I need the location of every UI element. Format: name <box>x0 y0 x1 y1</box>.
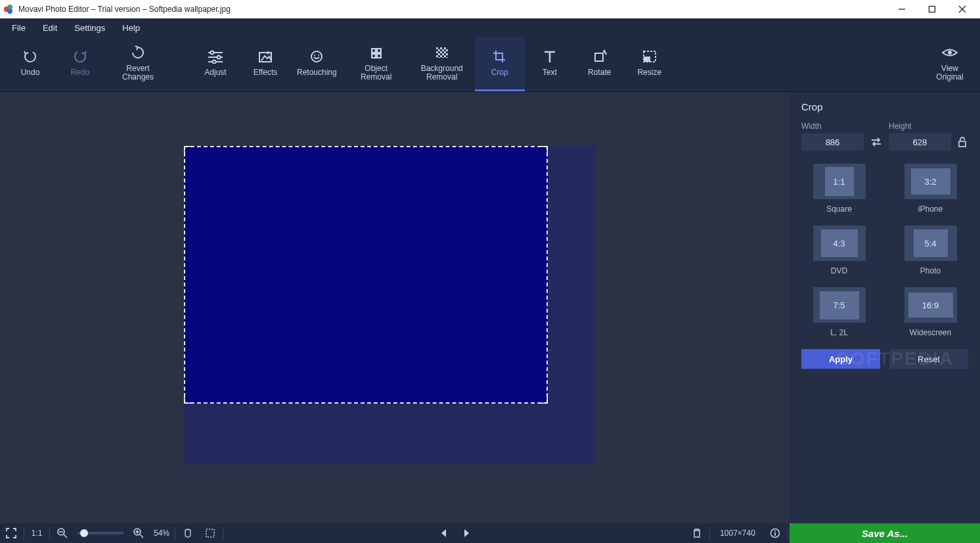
redo-icon <box>72 49 88 64</box>
canvas-area[interactable] <box>0 92 790 523</box>
menu-edit[interactable]: Edit <box>35 20 65 35</box>
preset-label: Photo <box>920 266 941 275</box>
crop-panel-title: Crop <box>801 101 968 112</box>
crop-handle-bl[interactable] <box>184 393 194 404</box>
info-button[interactable] <box>764 523 786 543</box>
menubar: File Edit Settings Help <box>0 18 980 37</box>
svg-point-19 <box>378 49 380 52</box>
preset-dvd[interactable]: 4:3 DVD <box>807 225 872 275</box>
height-input[interactable] <box>889 133 951 151</box>
menu-settings[interactable]: Settings <box>66 20 113 35</box>
redo-label: Redo <box>71 68 90 77</box>
preset-thumb: 5:4 <box>904 225 957 261</box>
preset-thumb: 7:5 <box>813 287 866 323</box>
menu-file[interactable]: File <box>4 20 33 35</box>
preset-thumb: 16:9 <box>904 287 957 323</box>
delete-button[interactable] <box>686 523 708 543</box>
svg-point-21 <box>378 55 380 57</box>
selection-tool-button[interactable] <box>199 523 221 543</box>
svg-point-14 <box>311 51 322 62</box>
svg-rect-17 <box>371 48 382 59</box>
preset-label: L, 2L <box>830 328 848 337</box>
svg-point-2 <box>7 9 12 14</box>
preset-iphone[interactable]: 3:2 iPhone <box>898 164 963 214</box>
undo-icon <box>22 49 38 64</box>
zoom-slider[interactable] <box>78 532 123 534</box>
revert-button[interactable]: Revert Changes <box>105 37 171 91</box>
crop-panel: Crop Width Height 1:1 Square 3 <box>790 92 980 523</box>
preset-l2l[interactable]: 7:5 L, 2L <box>807 287 872 337</box>
undo-button[interactable]: Undo <box>5 37 55 91</box>
undo-label: Undo <box>21 68 40 77</box>
preset-label: Widescreen <box>910 328 951 337</box>
background-removal-label: Background Removal <box>421 64 463 82</box>
minimize-button[interactable] <box>887 0 917 18</box>
reset-button[interactable]: Reset <box>889 349 968 369</box>
preset-thumb: 1:1 <box>813 164 866 199</box>
fullscreen-button[interactable] <box>0 523 22 543</box>
crop-label: Crop <box>491 68 508 77</box>
zoom-out-button[interactable] <box>51 523 74 543</box>
preset-label: DVD <box>831 266 847 275</box>
swap-dimensions-button[interactable] <box>869 133 883 151</box>
svg-point-16 <box>318 55 319 56</box>
text-button[interactable]: Text <box>525 37 575 91</box>
text-label: Text <box>543 68 557 77</box>
crop-button[interactable]: Crop <box>475 37 525 91</box>
main-area: Crop Width Height 1:1 Square 3 <box>0 92 980 523</box>
preset-square[interactable]: 1:1 Square <box>807 164 872 214</box>
svg-rect-37 <box>206 529 214 537</box>
titlebar: Movavi Photo Editor – Trial version – So… <box>0 0 980 18</box>
zoom-in-button[interactable] <box>127 523 150 543</box>
hand-tool-button[interactable] <box>177 523 199 543</box>
ratio-label[interactable]: 1:1 <box>26 523 48 543</box>
apply-button[interactable]: Apply <box>801 349 880 369</box>
effects-button[interactable]: Effects <box>240 37 290 91</box>
eye-icon <box>941 45 958 60</box>
width-input[interactable] <box>801 133 864 151</box>
lock-ratio-button[interactable] <box>956 133 968 151</box>
effects-icon <box>257 49 273 64</box>
view-original-button[interactable]: View Original <box>925 37 975 91</box>
crop-handle-tl[interactable] <box>184 146 194 156</box>
resize-button[interactable]: Resize <box>625 37 675 91</box>
redo-button[interactable]: Redo <box>55 37 105 91</box>
crop-handle-tr[interactable] <box>537 146 548 156</box>
svg-rect-25 <box>595 53 603 61</box>
crop-handle-br[interactable] <box>537 393 548 404</box>
effects-label: Effects <box>254 68 277 77</box>
next-image-button[interactable] <box>455 523 478 543</box>
window-title: Movavi Photo Editor – Trial version – So… <box>18 5 231 14</box>
svg-rect-24 <box>436 47 448 58</box>
menu-help[interactable]: Help <box>114 20 148 35</box>
height-label: Height <box>889 122 951 131</box>
zoom-slider-knob[interactable] <box>80 529 88 537</box>
maximize-button[interactable] <box>917 0 947 18</box>
svg-rect-27 <box>644 57 650 62</box>
object-removal-button[interactable]: Object Removal <box>344 37 409 91</box>
background-removal-icon <box>434 45 450 60</box>
ratio-text: 4:3 <box>821 229 858 257</box>
save-as-button[interactable]: Save As... <box>790 523 980 543</box>
preset-label: iPhone <box>918 204 943 214</box>
adjust-label: Adjust <box>204 68 226 77</box>
retouching-icon <box>309 49 324 64</box>
svg-point-8 <box>211 51 214 55</box>
close-button[interactable] <box>947 0 977 18</box>
crop-selection[interactable] <box>184 146 548 404</box>
ratio-text: 16:9 <box>908 293 953 318</box>
ratio-text: 3:2 <box>911 168 950 195</box>
preset-thumb: 3:2 <box>904 164 957 199</box>
rotate-button[interactable]: Rotate <box>575 37 625 91</box>
adjust-button[interactable]: Adjust <box>190 37 240 91</box>
preset-photo[interactable]: 5:4 Photo <box>898 225 963 275</box>
svg-line-31 <box>64 534 67 538</box>
retouching-button[interactable]: Retouching <box>290 37 344 91</box>
background-removal-button[interactable]: Background Removal <box>409 37 475 91</box>
image-dimensions: 1007×740 <box>711 523 764 543</box>
object-removal-label: Object Removal <box>361 64 391 82</box>
svg-point-12 <box>213 60 216 64</box>
prev-image-button[interactable] <box>433 523 455 543</box>
preset-widescreen[interactable]: 16:9 Widescreen <box>898 287 963 337</box>
svg-line-34 <box>140 534 143 538</box>
